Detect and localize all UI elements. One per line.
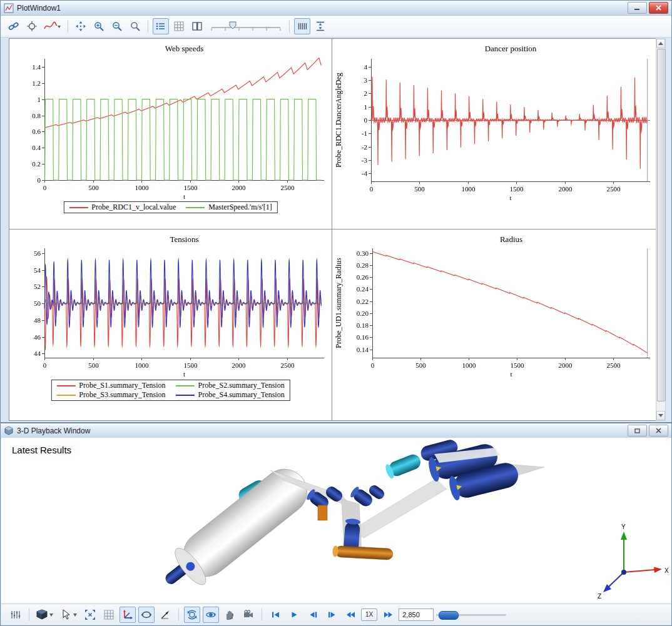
- vector-button[interactable]: [157, 607, 173, 623]
- plot-window-titlebar[interactable]: PlotWindow1: [1, 1, 671, 16]
- chart-web-speeds[interactable]: [9, 39, 332, 229]
- speed-selector[interactable]: 1X: [361, 608, 377, 621]
- legend-swatch: [186, 207, 205, 208]
- timeline-handle[interactable]: [439, 611, 459, 620]
- orange-block: [318, 505, 327, 520]
- view-cube-button[interactable]: [34, 607, 56, 623]
- zoom-in-button[interactable]: [91, 18, 107, 34]
- minimize-button[interactable]: [628, 2, 647, 14]
- scroll-up-icon: [658, 42, 663, 45]
- subplot-radius: [332, 230, 656, 420]
- zoom-in-icon: [93, 21, 104, 32]
- probe-button[interactable]: [24, 18, 40, 34]
- fast-forward-button[interactable]: [380, 607, 396, 623]
- chart-radius[interactable]: [332, 230, 656, 420]
- play-button[interactable]: [286, 607, 302, 623]
- axis-triad: X Y Z: [598, 523, 669, 600]
- pan-hand-button[interactable]: [221, 607, 238, 623]
- speed-label: 1X: [365, 611, 373, 618]
- 3d-viewport[interactable]: X Y Z Latest Results: [1, 438, 671, 604]
- legend-label: Probe_RDC1_v_local.value: [91, 203, 176, 212]
- rotate-3d-button[interactable]: [184, 607, 200, 623]
- close-icon: [656, 428, 661, 433]
- legend-label: Probe_S1.summary_Tension: [79, 381, 165, 390]
- fit-vertical-button[interactable]: [312, 18, 328, 34]
- y-axis-label: Y: [621, 523, 626, 530]
- legend-swatch: [69, 207, 88, 208]
- rewind-button[interactable]: [342, 607, 359, 623]
- orbit-button[interactable]: [203, 607, 219, 623]
- vector-icon: [160, 609, 171, 620]
- orange-cylinder: [332, 545, 393, 560]
- grid-3d-icon: [103, 609, 115, 620]
- legend-web-speeds: Probe_RDC1_v_local.valueMasterSpeed.'m/s…: [63, 201, 277, 213]
- link-button[interactable]: [6, 18, 22, 34]
- toolbar-slider-icon: [209, 19, 283, 33]
- legend-label: Probe_S2.summary_Tension: [198, 381, 285, 390]
- frame-counter-value: 2,850: [402, 611, 420, 618]
- show-axes-button[interactable]: [120, 607, 136, 623]
- timeline-slider[interactable]: [436, 609, 506, 620]
- playback-window-icon: [4, 426, 14, 436]
- playback-toolbar: 1X 2,850: [1, 603, 671, 625]
- camera-path-button[interactable]: [240, 607, 257, 623]
- step-back-button[interactable]: [305, 607, 321, 623]
- constraint-ring-button[interactable]: [138, 607, 155, 623]
- chart-dancer-position[interactable]: [332, 39, 656, 229]
- legend-label: MasterSpeed.'m/s'[1]: [208, 203, 272, 212]
- panel-grid-icon: [10, 609, 21, 620]
- legend-item: Probe_S3.summary_Tension: [56, 390, 165, 400]
- legend-tensions: Probe_S1.summary_TensionProbe_S2.summary…: [51, 380, 290, 401]
- playback-window-titlebar[interactable]: 3-D Playback Window: [1, 423, 671, 438]
- split-view-button[interactable]: [189, 18, 205, 34]
- zoom-reset-button[interactable]: [127, 18, 143, 34]
- close-button[interactable]: [649, 2, 668, 14]
- close-button-2[interactable]: [649, 425, 668, 437]
- plot-area: Probe_RDC1_v_local.valueMasterSpeed.'m/s…: [9, 38, 656, 421]
- frame-counter-field[interactable]: 2,850: [399, 608, 434, 621]
- subplot-dancer-position: [332, 39, 656, 230]
- x-axis-label: X: [664, 567, 669, 574]
- pan-button[interactable]: [73, 18, 89, 34]
- zoom-out-button[interactable]: [109, 18, 125, 34]
- restore-icon: [634, 428, 641, 434]
- legend-swatch: [176, 395, 195, 396]
- toolbar-separator: [29, 608, 29, 621]
- skip-to-start-button[interactable]: [267, 607, 283, 623]
- close-icon: [656, 5, 661, 11]
- skip-to-start-icon: [272, 611, 280, 618]
- toolbar-slider[interactable]: [207, 18, 285, 34]
- legend-item: Probe_S1.summary_Tension: [56, 381, 165, 390]
- legend-item: Probe_RDC1_v_local.value: [69, 203, 176, 212]
- toolbar-separator: [289, 20, 290, 33]
- scrollbar-thumb[interactable]: [657, 49, 666, 401]
- tickmarks-button[interactable]: [294, 18, 310, 34]
- step-back-icon: [309, 611, 317, 618]
- ring-icon: [141, 609, 152, 620]
- grid-3d-button[interactable]: [101, 607, 117, 623]
- panel-grid-button[interactable]: [8, 607, 24, 623]
- step-forward-button[interactable]: [323, 607, 340, 623]
- legend-icon: [155, 21, 166, 32]
- plot-toolbar: [1, 16, 671, 38]
- select-pointer-button[interactable]: [58, 607, 79, 623]
- legend-item: MasterSpeed.'m/s'[1]: [186, 203, 272, 212]
- cyan-roller-right: [384, 452, 423, 480]
- legend-label: Probe_S4.summary_Tension: [198, 390, 285, 400]
- fit-view-icon: [84, 609, 96, 620]
- scroll-up-button[interactable]: [656, 39, 665, 48]
- grid-toggle-button[interactable]: [171, 18, 187, 34]
- scroll-down-button[interactable]: [656, 411, 665, 420]
- restore-button[interactable]: [628, 425, 647, 437]
- rewind-icon: [346, 611, 355, 618]
- orbit-icon: [205, 609, 216, 620]
- legend-toggle-button[interactable]: [153, 18, 169, 34]
- x-axis-arrow: [654, 567, 662, 573]
- fit-view-button[interactable]: [82, 607, 98, 623]
- plot-window-title: PlotWindow1: [17, 4, 626, 13]
- web-band-right: [349, 479, 447, 538]
- plot-window-icon: [4, 3, 14, 13]
- tickmarks-icon: [297, 21, 308, 32]
- plot-scrollbar[interactable]: [656, 38, 666, 421]
- curve-style-button[interactable]: [42, 18, 63, 34]
